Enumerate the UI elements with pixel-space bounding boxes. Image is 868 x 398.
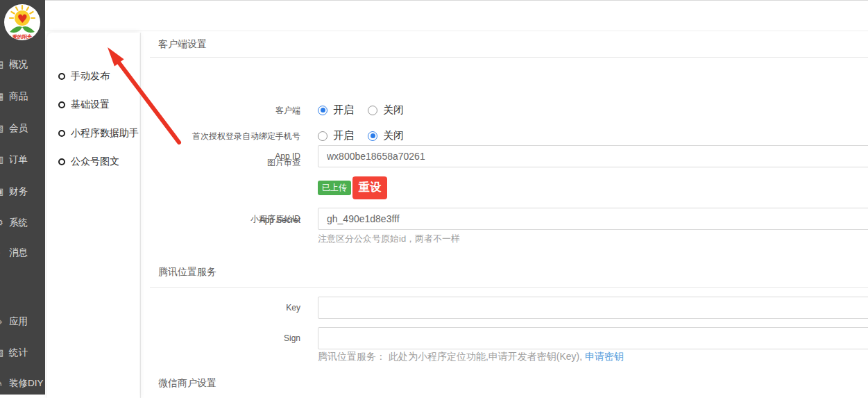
radio-unchecked-icon[interactable] (368, 106, 377, 115)
section-title-tencent-location: 腾讯位置服务 (158, 265, 216, 279)
topbar (45, 0, 868, 31)
svg-text:♥: ♥ (17, 12, 27, 26)
message-icon: ● (0, 247, 7, 258)
goods-icon: ▦ (0, 91, 7, 102)
original-id-input[interactable] (318, 208, 868, 230)
location-service-hint: 腾讯位置服务： 此处为小程序定位功能,申请开发者密钥(Key), 申请密钥 (318, 350, 624, 363)
circle-bullet-icon (58, 101, 65, 108)
sidebar-item-stats[interactable]: ▨ 统计 (0, 345, 45, 361)
radio-checked-icon[interactable] (368, 131, 377, 141)
overview-icon: ▤ (0, 59, 7, 70)
sign-label: Sign (141, 332, 300, 345)
client-enable-on-option[interactable]: 开启 (318, 103, 354, 117)
apps-icon: ◈ (0, 316, 7, 327)
app-id-input[interactable] (318, 145, 868, 167)
bind-phone-radio-group: 开启 关闭 (318, 129, 404, 142)
orders-icon: ▥ (0, 154, 7, 165)
submenu-item-miniprogram-data-assistant[interactable]: 小程序数据助手 (58, 126, 139, 141)
stats-icon: ▨ (0, 347, 7, 358)
settings-form: 客户端设置 客户端 开启 关闭 首次授权登录自动绑定手机号 开启 关闭 (141, 33, 868, 398)
svg-text:爱的阳光: 爱的阳光 (12, 34, 32, 40)
decorate-icon: ✎ (0, 378, 7, 389)
submenu-item-official-account-articles[interactable]: 公众号图文 (58, 154, 119, 169)
submenu-item-basic-settings[interactable]: 基础设置 (58, 97, 110, 113)
sidebar-item-members[interactable]: ▧ 会员 (0, 120, 45, 137)
client-enable-off-option[interactable]: 关闭 (368, 103, 404, 117)
section-title-wechat-merchant: 微信商户设置 (158, 376, 216, 390)
section-divider (150, 57, 868, 58)
sidebar-item-decorate-diy[interactable]: ✎ 装修DIY (0, 375, 45, 392)
original-id-hint: 注意区分公众号原始id，两者不一样 (318, 233, 460, 245)
bind-phone-on-option[interactable]: 开启 (318, 129, 354, 142)
circle-bullet-icon (58, 158, 65, 165)
radio-checked-icon[interactable] (318, 106, 327, 115)
original-id-label: 小程序原始ID (141, 213, 300, 225)
app-id-label: App ID (141, 150, 300, 163)
uploaded-tag: 已上传 (318, 181, 351, 195)
panel-divider (140, 33, 141, 398)
submenu-panel: 手动发布 基础设置 小程序数据助手 公众号图文 (47, 33, 139, 398)
submenu-item-manual-publish[interactable]: 手动发布 (58, 69, 110, 84)
sign-input[interactable] (318, 327, 868, 349)
radio-unchecked-icon[interactable] (318, 131, 327, 141)
finance-icon: ▣ (0, 186, 7, 197)
main-sidebar: ♥ 爱的阳光 ▤ 概况 ▦ 商品 ▧ 会员 ▥ 订单 ▣ 财务 ⚙ 系统 ● 消… (0, 0, 45, 395)
client-enable-label: 客户端 (141, 104, 300, 117)
brand-logo[interactable]: ♥ 爱的阳光 (4, 4, 40, 40)
bind-phone-off-option[interactable]: 关闭 (368, 129, 404, 142)
circle-bullet-icon (58, 73, 65, 80)
sidebar-item-apps[interactable]: ◈ 应用 (0, 313, 45, 330)
client-enable-radio-group: 开启 关闭 (318, 103, 404, 117)
system-icon: ⚙ (0, 217, 7, 229)
sidebar-item-orders[interactable]: ▥ 订单 (0, 151, 45, 168)
sidebar-item-message[interactable]: ● 消息 (0, 244, 45, 261)
bind-phone-label: 首次授权登录自动绑定手机号 (141, 130, 300, 142)
sun-heart-logo-icon: ♥ 爱的阳光 (4, 4, 40, 40)
sidebar-item-system[interactable]: ⚙ 系统 (0, 215, 45, 231)
section-divider (150, 287, 868, 288)
sidebar-item-goods[interactable]: ▦ 商品 (0, 88, 45, 105)
circle-bullet-icon (58, 130, 65, 137)
reset-secret-button[interactable]: 重设 (352, 176, 387, 199)
members-icon: ▧ (0, 123, 7, 134)
page: { "brand": { "name": "爱的阳光" }, "sidebar"… (0, 0, 868, 398)
sidebar-item-overview[interactable]: ▤ 概况 (0, 56, 45, 73)
key-label: Key (141, 301, 300, 314)
apply-key-link[interactable]: 申请密钥 (585, 351, 624, 362)
key-input[interactable] (318, 297, 868, 319)
section-title-client-settings: 客户端设置 (158, 37, 207, 51)
sidebar-item-finance[interactable]: ▣ 财务 (0, 183, 45, 200)
